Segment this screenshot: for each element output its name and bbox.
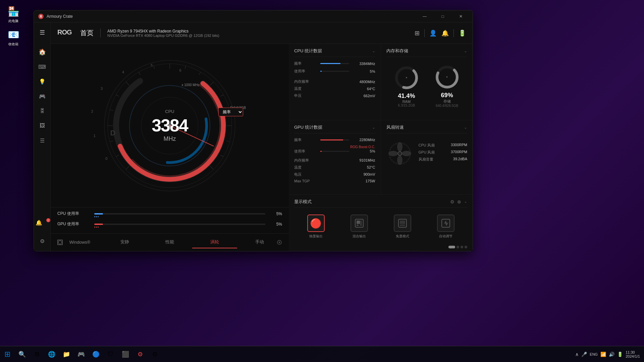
hybrid-mode-icon <box>351 215 368 232</box>
display-target-button[interactable]: ⊕ <box>457 199 461 204</box>
battery-button[interactable]: 🔋 <box>459 29 466 37</box>
gauge-panel: 6 5 4 3 2 1 0 x 1000 MHz <box>51 44 289 251</box>
memory-card-expand[interactable]: ⌄ <box>464 49 467 53</box>
title-bar: R Armoury Crate — □ ✕ <box>34 10 473 22</box>
fan-card-title: 风扇转速 <box>386 124 404 130</box>
display-mode-auto[interactable]: 自动调节 <box>437 215 454 239</box>
sidebar-notification-button[interactable]: 🔔 <box>36 220 49 233</box>
storage-label-group: 69% 存储 640.4/928.5GB <box>436 92 458 108</box>
sidebar-lighting-button[interactable]: 💡 <box>36 75 49 88</box>
search-button[interactable]: 🔍 <box>15 347 30 362</box>
svg-point-36 <box>279 242 280 243</box>
tray-wifi[interactable]: 📶 <box>600 352 606 357</box>
tab-turbo[interactable]: 涡轮 <box>192 236 237 248</box>
sidebar-settings-button[interactable]: ⚙ <box>36 234 49 248</box>
fan-card-expand[interactable]: ⌄ <box>464 125 467 130</box>
fan-noise-label: 风扇音量 <box>419 157 433 162</box>
gpu-memfreq-label: 内存频率 <box>294 158 309 163</box>
desktop-icon-store[interactable]: 🏪 此电脑 <box>2 3 25 25</box>
svg-line-9 <box>110 110 113 111</box>
gpu-freq-bar <box>320 139 349 140</box>
desktop-icon-mail[interactable]: 📧 收收箱 <box>2 26 25 48</box>
cpu-usage-value: 5% <box>269 212 282 216</box>
gauge-center: CPU 3384 MHz <box>152 109 188 142</box>
sidebar-image-button[interactable]: 🖼 <box>36 119 49 132</box>
browser-icon-2[interactable]: 🔵 <box>89 347 103 362</box>
tray-time: 11:302024/1/1 <box>626 350 640 358</box>
tray-mic[interactable]: 🎤 <box>581 352 587 357</box>
gauge-d-label: D <box>110 129 116 137</box>
display-settings-button[interactable]: ⚙ <box>450 199 454 204</box>
memory-card-header: 内存和存储 ⌄ <box>386 48 468 57</box>
svg-line-18 <box>221 95 224 96</box>
sidebar-sliders-button[interactable]: 🎛 <box>36 104 49 118</box>
display-mode-card: 显示模式 ⚙ ⊕ ⌄ 🔴 <box>289 195 473 251</box>
cpu-card-expand[interactable]: ⌄ <box>372 49 375 53</box>
tab-performance[interactable]: 性能 <box>147 236 192 248</box>
ram-label-group: 41.4% RAM 6.3/15.2GB <box>398 93 415 107</box>
gpu-stats-card: GPU 统计数据 ⌄ 频率 2280MHz ROG <box>289 120 381 195</box>
gauge-dropdown[interactable]: 频率 使用率 温度 <box>218 108 243 116</box>
auto-mode-icon <box>437 215 454 232</box>
svg-rect-54 <box>400 225 405 226</box>
cpu-memfreq-label: 内存频率 <box>294 79 309 84</box>
tray-sound[interactable]: 🔊 <box>609 352 614 357</box>
gpu-card-title: GPU 统计数据 <box>294 124 322 130</box>
cpu-freq-row: 频率 3384MHz <box>294 61 375 66</box>
maximize-button[interactable]: □ <box>435 10 450 22</box>
sidebar-home-button[interactable]: 🏠 <box>36 45 49 59</box>
storage-sub: 640.4/928.5GB <box>436 104 458 108</box>
sidebar-menu-button[interactable]: ☰ <box>36 26 49 39</box>
cpu-memfreq-value: 4800MHz <box>359 80 375 84</box>
mode-indicator-right <box>277 240 282 246</box>
cpu-card-header: CPU 统计数据 ⌄ <box>294 48 375 57</box>
taskview-button[interactable]: ⧉ <box>30 347 44 362</box>
sidebar-keyboard-button[interactable]: ⌨ <box>36 60 49 73</box>
cpu-bar-fill <box>94 213 103 215</box>
minimize-button[interactable]: — <box>417 10 432 22</box>
mode-tabs: Windows® 安静 性能 涡轮 <box>51 233 289 251</box>
tab-windows[interactable]: Windows® <box>57 237 102 248</box>
tab-manual[interactable]: 手动 <box>237 236 282 248</box>
gpu-card-expand[interactable]: ⌄ <box>372 125 375 130</box>
memory-gauges: + 41.4% RAM 6.3/15.2GB <box>386 61 468 110</box>
gpu-bar-track <box>94 224 265 225</box>
display-mode-igpu[interactable]: 免显模式 <box>394 215 411 239</box>
display-mode-dedicated[interactable]: 🔴 独显输出 <box>307 215 325 239</box>
cpu-voltage-value: 662mV <box>364 94 375 98</box>
armory-taskbar-button[interactable]: ⚙ <box>133 347 148 362</box>
ram-pct: 41.4% <box>398 93 415 100</box>
sidebar-list-button[interactable]: ☰ <box>36 134 49 147</box>
tray-expand[interactable]: ∧ <box>575 352 579 357</box>
pagination <box>448 246 467 248</box>
svg-rect-49 <box>357 221 360 224</box>
tray-lang[interactable]: ENG <box>590 352 598 356</box>
svg-rect-51 <box>360 221 362 226</box>
gpu-fan-label: GPU 风扇 <box>419 150 435 155</box>
grid-view-button[interactable]: ⊞ <box>415 29 420 37</box>
bell-button[interactable]: 🔔 <box>441 29 449 37</box>
close-button[interactable]: ✕ <box>453 10 469 22</box>
tray-battery[interactable]: 🔋 <box>617 352 623 357</box>
sidebar-scenario-button[interactable]: 🎮 <box>36 89 49 103</box>
desktop-icons: 🏪 此电脑 📧 收收箱 <box>0 0 27 346</box>
start-button[interactable]: ⊞ <box>0 347 15 362</box>
edge-button[interactable]: 🌐 <box>44 347 59 362</box>
explorer-button[interactable]: 📁 <box>59 347 74 362</box>
settings-button[interactable]: ⚙ <box>148 347 162 362</box>
gpu-voltage-label: 电压 <box>294 172 302 177</box>
tab-silent[interactable]: 安静 <box>102 236 147 248</box>
profile-button[interactable]: 👤 <box>429 29 437 37</box>
fan-stats-card: 风扇转速 ⌄ <box>381 120 473 195</box>
display-mode-hybrid[interactable]: 混合输出 <box>351 215 368 239</box>
nvidia-button[interactable]: ⬛ <box>118 347 133 362</box>
cpu-usage-stat-label: 使用率 <box>294 69 318 74</box>
steam-button[interactable]: 🎮 <box>74 347 89 362</box>
igpu-mode-label: 免显模式 <box>396 234 409 239</box>
svg-line-10 <box>116 95 119 96</box>
svg-line-17 <box>210 82 214 85</box>
gpu-card-header: GPU 统计数据 ⌄ <box>294 124 375 133</box>
display-card-expand[interactable]: ⌄ <box>464 199 467 204</box>
antivirus-button[interactable]: 🛡 <box>103 347 118 362</box>
svg-line-11 <box>126 82 129 85</box>
